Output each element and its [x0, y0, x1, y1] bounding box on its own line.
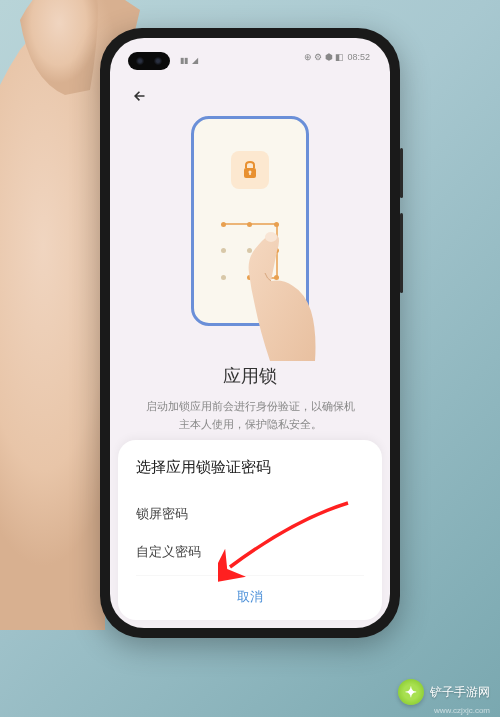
watermark-brand: 铲子手游网	[430, 684, 490, 701]
watermark-url: www.czjxjc.com	[434, 706, 490, 715]
power-button	[400, 213, 403, 293]
svg-rect-3	[249, 172, 251, 175]
lock-icon	[241, 160, 259, 180]
page-subtitle: 启动加锁应用前会进行身份验证，以确保机 主本人使用，保护隐私安全。	[130, 398, 370, 433]
action-sheet: 选择应用锁验证密码 锁屏密码 自定义密码 取消	[118, 440, 382, 620]
illustration-hand-icon	[235, 231, 325, 361]
back-button[interactable]	[128, 84, 152, 108]
camera-punch-hole	[128, 52, 170, 70]
title-section: 应用锁 启动加锁应用前会进行身份验证，以确保机 主本人使用，保护隐私安全。	[110, 364, 390, 433]
sheet-title: 选择应用锁验证密码	[136, 458, 364, 477]
status-bar-left: ▮▮ ◢	[180, 56, 198, 65]
svg-point-4	[265, 232, 277, 242]
status-icons: ⊕ ⚙ ⬢ ◧	[304, 52, 345, 62]
option-screen-lock-password[interactable]: 锁屏密码	[136, 495, 364, 533]
back-arrow-icon	[131, 87, 149, 105]
option-custom-password[interactable]: 自定义密码	[136, 533, 364, 571]
lock-badge	[231, 151, 269, 189]
watermark-logo-icon: ✦	[398, 679, 424, 705]
wifi-icon: ◢	[192, 56, 198, 65]
status-time: 08:52	[347, 52, 370, 62]
phone-frame: ▮▮ ◢ ⊕ ⚙ ⬢ ◧ 08:52	[100, 28, 400, 638]
hero-illustration	[110, 86, 390, 356]
status-bar-right: ⊕ ⚙ ⬢ ◧ 08:52	[304, 52, 370, 62]
page-title: 应用锁	[130, 364, 370, 388]
volume-button	[400, 148, 403, 198]
signal-icon: ▮▮	[180, 56, 188, 65]
phone-screen: ▮▮ ◢ ⊕ ⚙ ⬢ ◧ 08:52	[110, 38, 390, 628]
cancel-button[interactable]: 取消	[136, 575, 364, 606]
watermark: ✦ 铲子手游网	[398, 679, 490, 705]
